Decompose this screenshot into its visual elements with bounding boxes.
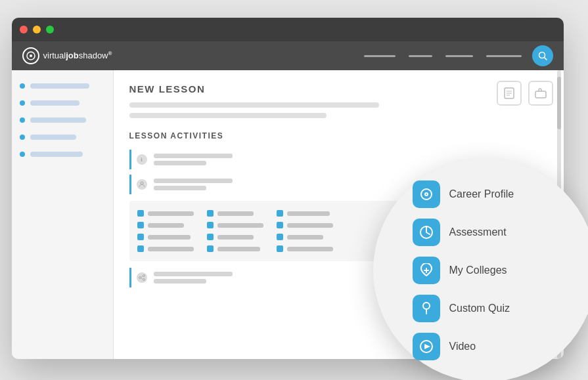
nav-link-4[interactable] xyxy=(486,55,522,57)
nav-bar: virtualjobshadow® xyxy=(12,41,564,70)
sidebar xyxy=(12,70,114,359)
sidebar-line xyxy=(30,117,86,123)
activity-icon-info: ℹ xyxy=(137,154,147,165)
search-button[interactable] xyxy=(532,45,553,66)
grid-line xyxy=(217,235,254,240)
document-icon[interactable] xyxy=(497,81,522,106)
grid-square xyxy=(207,210,214,217)
popup-item-custom-quiz[interactable]: Custom Quiz xyxy=(413,295,510,322)
grid-square xyxy=(277,222,283,228)
svg-line-13 xyxy=(141,276,143,278)
activity-line xyxy=(154,154,233,158)
sidebar-item-4[interactable] xyxy=(20,132,105,142)
grid-col-1 xyxy=(137,210,194,252)
grid-line xyxy=(148,235,191,240)
grid-square xyxy=(277,210,283,217)
activity-line xyxy=(154,161,206,165)
sidebar-item-2[interactable] xyxy=(20,98,105,108)
activity-line xyxy=(154,186,206,190)
grid-line xyxy=(148,247,194,251)
nav-link-1[interactable] xyxy=(364,55,396,57)
grid-line xyxy=(148,211,194,216)
grid-item xyxy=(207,245,263,252)
grid-item xyxy=(137,222,194,228)
content-line-2 xyxy=(129,113,327,118)
sidebar-item-5[interactable] xyxy=(20,149,105,159)
brand-icon xyxy=(22,47,39,64)
content-line-1 xyxy=(129,102,379,108)
popup-item-video[interactable]: Video xyxy=(413,333,476,360)
svg-point-10 xyxy=(143,275,145,277)
brand-name: virtualjobshadow® xyxy=(43,51,112,60)
briefcase-icon[interactable] xyxy=(528,81,553,106)
sidebar-line xyxy=(30,135,76,140)
sidebar-item-3[interactable] xyxy=(20,115,105,125)
grid-line xyxy=(217,247,260,251)
svg-line-3 xyxy=(544,58,547,60)
svg-rect-8 xyxy=(535,91,546,98)
grid-line xyxy=(217,223,263,228)
sidebar-line xyxy=(30,83,89,89)
grid-item xyxy=(137,245,194,252)
grid-item xyxy=(137,210,194,217)
assessment-icon xyxy=(413,219,440,246)
my-colleges-label: My Colleges xyxy=(449,264,507,276)
minimize-dot[interactable] xyxy=(33,26,41,33)
sidebar-line xyxy=(30,100,79,106)
close-dot[interactable] xyxy=(20,26,28,33)
nav-link-2[interactable] xyxy=(409,55,432,57)
svg-point-9 xyxy=(141,182,143,184)
activity-lines xyxy=(154,154,233,165)
nav-links xyxy=(364,55,522,57)
sidebar-dot xyxy=(20,135,25,140)
sidebar-dot xyxy=(20,100,25,106)
grid-item xyxy=(277,210,333,217)
grid-square xyxy=(277,234,283,240)
grid-item xyxy=(137,234,194,240)
grid-line xyxy=(287,223,333,228)
svg-point-17 xyxy=(426,194,427,195)
video-icon xyxy=(413,333,440,360)
grid-line xyxy=(148,223,184,228)
sidebar-item-1[interactable] xyxy=(20,81,105,91)
popup-circle: Career Profile Assessment My Colleges xyxy=(373,159,589,380)
custom-quiz-label: Custom Quiz xyxy=(449,303,510,314)
svg-point-1 xyxy=(30,54,32,57)
top-icons xyxy=(497,81,553,106)
svg-marker-23 xyxy=(424,344,430,349)
grid-item xyxy=(277,222,333,228)
svg-point-11 xyxy=(139,277,141,279)
grid-square xyxy=(207,234,214,240)
popup-item-assessment[interactable]: Assessment xyxy=(413,219,507,246)
grid-col-2 xyxy=(207,210,263,252)
grid-square xyxy=(137,245,144,252)
section-title: LESSON ACTIVITIES xyxy=(129,131,548,140)
grid-square xyxy=(277,245,283,252)
grid-square xyxy=(207,245,214,252)
sidebar-dot xyxy=(20,117,25,123)
grid-square xyxy=(137,210,144,217)
activity-line xyxy=(154,279,206,284)
grid-item xyxy=(207,222,263,228)
popup-item-my-colleges[interactable]: My Colleges xyxy=(413,257,507,284)
assessment-label: Assessment xyxy=(449,226,507,238)
brand-logo: virtualjobshadow® xyxy=(22,47,353,64)
grid-line xyxy=(287,247,333,251)
activity-line xyxy=(154,179,233,183)
grid-square xyxy=(137,222,144,228)
nav-link-3[interactable] xyxy=(445,55,473,57)
video-label: Video xyxy=(449,341,476,352)
title-bar xyxy=(12,18,564,41)
my-colleges-icon xyxy=(413,257,440,284)
sidebar-line xyxy=(30,152,83,157)
custom-quiz-icon xyxy=(413,295,440,322)
career-profile-label: Career Profile xyxy=(449,188,514,200)
activity-lines xyxy=(154,272,233,284)
sidebar-dot xyxy=(20,83,25,89)
grid-line xyxy=(287,211,330,216)
svg-point-19 xyxy=(423,303,430,309)
grid-square xyxy=(137,234,144,240)
maximize-dot[interactable] xyxy=(46,26,54,33)
popup-item-career-profile[interactable]: Career Profile xyxy=(413,180,514,208)
grid-item xyxy=(207,234,263,240)
